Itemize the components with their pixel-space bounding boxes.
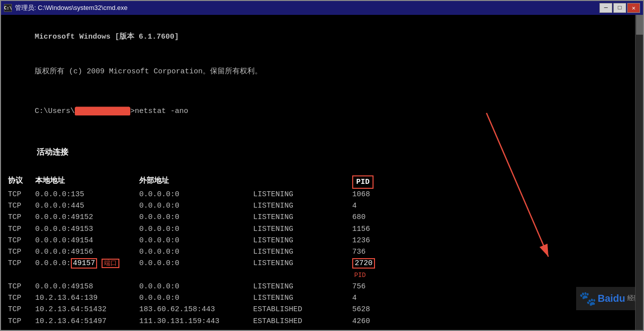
table-row: TCP 0.0.0.0:49153 0.0.0.0:0 LISTENING 11… bbox=[8, 223, 636, 235]
highlighted-pid: 2720 bbox=[352, 258, 375, 269]
baidu-text: Baidu bbox=[597, 291, 625, 306]
baidu-paw-icon: 🐾 bbox=[579, 288, 596, 309]
watermark: 🐾 Baidu 经验 bbox=[576, 287, 643, 310]
window-icon: C:\ bbox=[4, 4, 12, 12]
table-row: TCP 0.0.0.0:445 0.0.0.0:0 LISTENING 4 bbox=[8, 200, 636, 212]
pid-annotation-label: PID bbox=[354, 272, 366, 279]
minimize-button[interactable]: ─ bbox=[599, 3, 612, 13]
scrollbar-thumb[interactable] bbox=[636, 15, 643, 35]
table-row: TCP 0.0.0.0:49154 0.0.0.0:0 LISTENING 12… bbox=[8, 235, 636, 246]
baidu-logo: 🐾 Baidu 经验 bbox=[576, 287, 643, 310]
window-controls: ─ □ ✕ bbox=[599, 3, 640, 13]
redacted-username: ████████████ bbox=[75, 107, 130, 115]
pid-header-highlight: PID bbox=[352, 175, 374, 189]
table-header-row: 协议 本地地址 外部地址 PID bbox=[8, 175, 636, 189]
header-remote: 外部地址 bbox=[139, 175, 253, 189]
header-local: 本地地址 bbox=[35, 175, 139, 189]
cmd-window: C:\ 管理员: C:\Windows\system32\cmd.exe ─ □… bbox=[0, 0, 644, 331]
maximize-button[interactable]: □ bbox=[613, 3, 626, 13]
cmd-prompt-line: C:\Users\████████████>netstat -ano bbox=[8, 94, 636, 129]
table-row: TCP 10.2.13.64:51432 183.60.62.158:443 E… bbox=[8, 304, 636, 315]
table-row: TCP 10.2.13.64:51497 111.30.131.159:443 … bbox=[8, 316, 636, 327]
table-row: TCP 0.0.0.0:49156 0.0.0.0:0 LISTENING 73… bbox=[8, 246, 636, 258]
cmd-content: Microsoft Windows [版本 6.1.7600] 版权所有 (c)… bbox=[1, 15, 643, 330]
section-title: 活动连接 bbox=[8, 134, 636, 171]
table-body: TCP 0.0.0.0:135 0.0.0.0:0 LISTENING 1068… bbox=[8, 189, 636, 327]
scrollbar[interactable] bbox=[635, 15, 643, 330]
table-row: TCP 0.0.0.0:135 0.0.0.0:0 LISTENING 1068 bbox=[8, 189, 636, 200]
highlighted-port: 49157 bbox=[71, 258, 97, 269]
table-row: TCP 0.0.0.0:49152 0.0.0.0:0 LISTENING 68… bbox=[8, 212, 636, 223]
title-bar: C:\ 管理员: C:\Windows\system32\cmd.exe ─ □… bbox=[1, 1, 643, 15]
window-title: 管理员: C:\Windows\system32\cmd.exe bbox=[15, 3, 599, 12]
cmd-copyright-line: 版权所有 (c) 2009 Microsoft Corporation。保留所有… bbox=[8, 55, 636, 89]
header-state bbox=[253, 175, 352, 189]
port-label: 端口 bbox=[102, 259, 119, 268]
close-button[interactable]: ✕ bbox=[627, 3, 640, 13]
table-row: TCP 0.0.0.0:49158 0.0.0.0:0 LISTENING 75… bbox=[8, 281, 636, 292]
table-row-highlighted: TCP 0.0.0.0:49157 端口 0.0.0.0:0 LISTENING… bbox=[8, 258, 636, 281]
header-proto: 协议 bbox=[8, 175, 35, 189]
table-row: TCP 10.2.13.64:139 0.0.0.0:0 LISTENING 4 bbox=[8, 292, 636, 304]
cmd-version-line: Microsoft Windows [版本 6.1.7600] bbox=[8, 20, 636, 55]
header-pid: PID bbox=[352, 175, 392, 189]
